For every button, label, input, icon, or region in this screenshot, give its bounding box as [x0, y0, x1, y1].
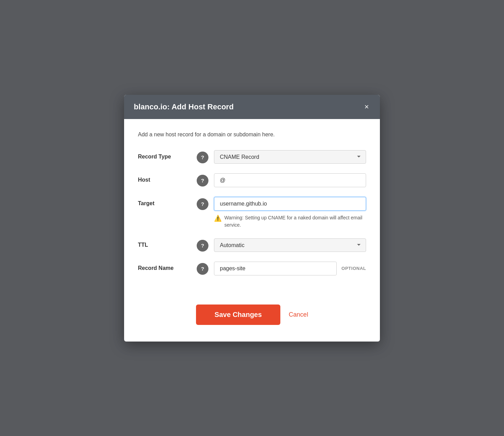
- modal-dialog: blanco.io: Add Host Record × Add a new h…: [124, 95, 380, 342]
- record-name-control: [214, 262, 337, 275]
- record-name-help-icon[interactable]: ?: [197, 263, 208, 275]
- modal-title: blanco.io: Add Host Record: [134, 102, 234, 111]
- modal-description: Add a new host record for a domain or su…: [138, 131, 366, 138]
- host-input[interactable]: [214, 173, 366, 187]
- target-row: Target ? ⚠️ Warning: Setting up CNAME fo…: [138, 197, 366, 229]
- target-help-icon[interactable]: ?: [197, 198, 208, 210]
- host-control: [214, 173, 366, 187]
- ttl-control: Automatic 300 600 1800 3600 7200 86400: [214, 238, 366, 252]
- ttl-select[interactable]: Automatic 300 600 1800 3600 7200 86400: [214, 238, 366, 252]
- ttl-row: TTL ? Automatic 300 600 1800 3600 7200 8…: [138, 238, 366, 252]
- modal-footer: Save Changes Cancel: [124, 299, 380, 342]
- warning-message: Warning: Setting up CNAME for a naked do…: [224, 214, 366, 229]
- record-type-row: Record Type ? CNAME Record A Record AAAA…: [138, 150, 366, 164]
- close-button[interactable]: ×: [363, 103, 370, 111]
- modal-header: blanco.io: Add Host Record ×: [124, 95, 380, 119]
- target-label: Target: [138, 197, 197, 207]
- optional-label: OPTIONAL: [342, 262, 366, 271]
- modal-overlay: blanco.io: Add Host Record × Add a new h…: [0, 0, 504, 436]
- host-row: Host ?: [138, 173, 366, 187]
- ttl-help-icon[interactable]: ?: [197, 240, 208, 252]
- record-name-row: Record Name ? OPTIONAL: [138, 262, 366, 275]
- cancel-button[interactable]: Cancel: [289, 311, 308, 318]
- record-type-control: CNAME Record A Record AAAA Record MX Rec…: [214, 150, 366, 164]
- record-name-input[interactable]: [214, 262, 337, 275]
- record-type-label: Record Type: [138, 150, 197, 160]
- record-name-label: Record Name: [138, 262, 197, 271]
- host-label: Host: [138, 173, 197, 183]
- target-warning: ⚠️ Warning: Setting up CNAME for a naked…: [214, 214, 366, 229]
- record-type-help-icon[interactable]: ?: [197, 152, 208, 163]
- ttl-label: TTL: [138, 238, 197, 248]
- record-type-select[interactable]: CNAME Record A Record AAAA Record MX Rec…: [214, 150, 366, 164]
- target-input[interactable]: [214, 197, 366, 211]
- save-changes-button[interactable]: Save Changes: [196, 305, 281, 325]
- host-help-icon[interactable]: ?: [197, 175, 208, 187]
- modal-body: Add a new host record for a domain or su…: [124, 119, 380, 299]
- target-control: ⚠️ Warning: Setting up CNAME for a naked…: [214, 197, 366, 229]
- warning-triangle-icon: ⚠️: [214, 214, 222, 223]
